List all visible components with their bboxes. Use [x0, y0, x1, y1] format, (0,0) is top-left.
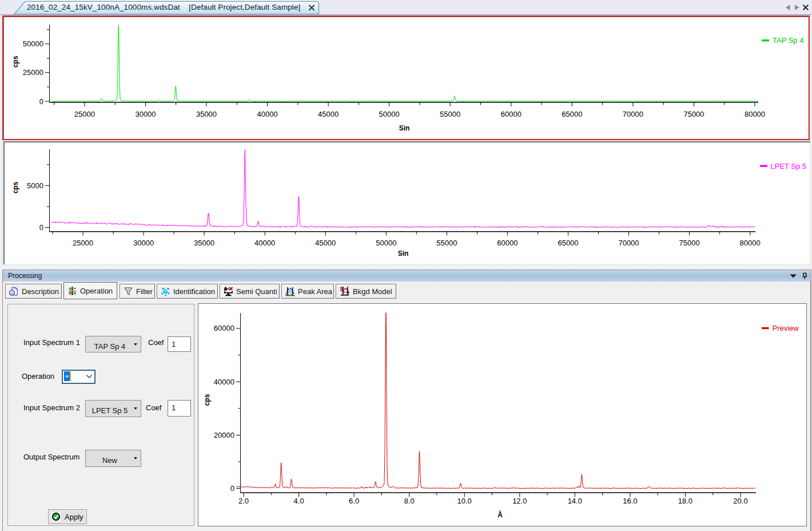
svg-text:75000: 75000 — [683, 110, 704, 118]
svg-text:35000: 35000 — [194, 239, 214, 247]
svg-text:Å: Å — [497, 510, 503, 519]
svg-text:18.0: 18.0 — [678, 497, 692, 505]
svg-text:45000: 45000 — [318, 110, 339, 118]
svg-text:cps: cps — [11, 56, 19, 68]
svg-text:80000: 80000 — [745, 110, 765, 118]
svg-text:16.0: 16.0 — [623, 497, 637, 505]
svg-text:50000: 50000 — [23, 39, 43, 48]
svg-text:LPET Sp 5: LPET Sp 5 — [771, 162, 807, 171]
svg-text:45000: 45000 — [315, 239, 336, 247]
svg-text:70000: 70000 — [623, 110, 643, 118]
svg-text:30000: 30000 — [135, 110, 156, 118]
svg-text:10.0: 10.0 — [457, 497, 472, 505]
svg-text:cps: cps — [203, 394, 211, 406]
svg-text:12.0: 12.0 — [512, 497, 527, 505]
svg-text:cps: cps — [11, 181, 19, 193]
svg-text:75000: 75000 — [679, 239, 700, 247]
svg-text:65000: 65000 — [558, 239, 578, 247]
svg-text:60000: 60000 — [214, 324, 234, 332]
svg-text:25000: 25000 — [23, 68, 43, 77]
svg-text:35000: 35000 — [196, 110, 217, 118]
svg-text:60000: 60000 — [501, 110, 522, 118]
svg-text:Sin: Sin — [398, 249, 409, 257]
svg-text:40000: 40000 — [214, 378, 234, 386]
svg-text:4.0: 4.0 — [294, 497, 304, 505]
svg-text:TAP Sp 4: TAP Sp 4 — [773, 36, 803, 45]
svg-text:0: 0 — [39, 223, 43, 232]
svg-text:40000: 40000 — [257, 110, 278, 118]
svg-text:55000: 55000 — [436, 239, 457, 247]
svg-text:20.0: 20.0 — [733, 497, 747, 505]
svg-text:8.0: 8.0 — [404, 497, 415, 505]
svg-text:70000: 70000 — [618, 239, 639, 247]
svg-text:2.0: 2.0 — [238, 497, 249, 505]
svg-text:0: 0 — [230, 484, 234, 493]
svg-text:55000: 55000 — [440, 110, 460, 118]
svg-text:14.0: 14.0 — [568, 497, 582, 505]
svg-text:20000: 20000 — [214, 431, 234, 439]
svg-text:40000: 40000 — [254, 239, 275, 247]
svg-text:6.0: 6.0 — [349, 497, 359, 505]
svg-text:Preview: Preview — [773, 324, 799, 332]
svg-text:65000: 65000 — [562, 110, 582, 118]
svg-text:0: 0 — [39, 97, 43, 106]
svg-text:Sin: Sin — [399, 124, 410, 132]
svg-text:50000: 50000 — [376, 239, 396, 247]
svg-text:80000: 80000 — [740, 239, 761, 247]
svg-text:30000: 30000 — [133, 239, 154, 247]
svg-text:25000: 25000 — [74, 110, 95, 118]
svg-text:60000: 60000 — [497, 239, 518, 247]
svg-text:50000: 50000 — [379, 110, 400, 118]
svg-text:25000: 25000 — [73, 239, 93, 247]
svg-text:5000: 5000 — [27, 181, 43, 190]
